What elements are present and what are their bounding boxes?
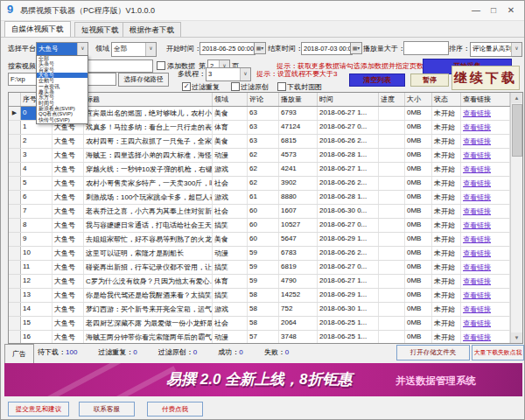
table-scrollbar[interactable]: ▲ ▼ bbox=[510, 93, 522, 343]
pay-button[interactable]: 付费点我 bbox=[147, 402, 203, 416]
scrollbar-thumb[interactable] bbox=[512, 104, 522, 157]
platform-cell: 大鱼号 bbox=[52, 331, 84, 344]
view-link[interactable]: 查看链接 bbox=[461, 149, 510, 162]
calendar-icon[interactable]: ▦▾ bbox=[350, 42, 362, 54]
table-row[interactable]: 10大鱼号这里可以证明，索隆才是副船长动漫5967832018-06-26 2.… bbox=[9, 247, 522, 261]
title-cell: 农村四哥：王四六叔抓了一只兔子，全家... bbox=[84, 135, 213, 148]
filter-original-label: 过滤原创 bbox=[241, 83, 269, 92]
views-cell: 4573 bbox=[279, 149, 318, 162]
size-cell: 0MB bbox=[405, 331, 432, 344]
contact-support-button[interactable]: 联系客服 bbox=[79, 402, 135, 416]
table-row[interactable]: 4大鱼号穿越火线：一秒钟10发子弹的机枪，右键...游戏6242412018-0… bbox=[9, 163, 522, 177]
table-row[interactable]: 15大鱼号老四厨艺深藏不露 为最爱做一份小龙虾最...社会5820642018-… bbox=[9, 317, 522, 331]
promo-banner[interactable]: 易撰 2.0 全新上线，8折钜惠 并送数据管理系统 bbox=[4, 363, 522, 396]
table-row[interactable]: 16大鱼号海贼王两分钟带你看完索隆两年后的霸气瞬间动漫5737482018-06… bbox=[9, 331, 522, 344]
tab-download-by-author[interactable]: 根据作者下载 bbox=[122, 22, 181, 37]
time-cell: 2018-06-27 1... bbox=[318, 107, 379, 120]
views-cell: 6783 bbox=[279, 247, 318, 260]
column-header[interactable]: 标题 bbox=[84, 93, 213, 106]
table-row[interactable]: 5大鱼号农村小哥售卖家乡特产，一天卖300斤，吃...社会6239022018-… bbox=[9, 177, 522, 191]
view-link[interactable]: 查看链接 bbox=[461, 331, 510, 344]
table-row[interactable]: 9大鱼号去姐姐家帮忙，好不容易等到熟了的火龙...美食6056472018-06… bbox=[9, 233, 522, 247]
filter-duplicate-checkbox[interactable]: ✓ bbox=[182, 82, 191, 91]
index-cell: 3 bbox=[21, 149, 52, 162]
table-row[interactable]: 3大鱼号海贼王：四皇选择小弟的四大标准，海怪红...动漫6245732018-0… bbox=[9, 149, 522, 163]
field-cell: 游戏 bbox=[213, 191, 248, 204]
table-row[interactable]: 11大鱼号碰瓷再出新招，行车记录仪都不管用，让...搞笑5968192018-0… bbox=[9, 261, 522, 275]
threads-select[interactable]: 3 ∨ bbox=[206, 67, 251, 81]
size-cell: 0MB bbox=[405, 275, 432, 288]
column-header[interactable] bbox=[9, 93, 21, 106]
title-cell: 戏真多！马拉多纳：看台上一只行走的表情包 bbox=[84, 121, 213, 134]
open-folder-button[interactable]: 打开存储文件夹 bbox=[396, 345, 470, 360]
view-link[interactable]: 查看链接 bbox=[461, 289, 510, 302]
view-link[interactable]: 查看链接 bbox=[461, 107, 510, 120]
table-row[interactable]: 6大鱼号刺激战场：100个玩家跳伞卡多，超巨人表...游戏6188802018-… bbox=[9, 191, 522, 205]
status-cell: 未开始 bbox=[432, 275, 461, 288]
view-link[interactable]: 查看链接 bbox=[461, 191, 510, 204]
view-link[interactable]: 查看链接 bbox=[461, 219, 510, 232]
clear-list-button[interactable]: 清空列表 bbox=[349, 74, 405, 87]
feedback-button[interactable]: 提交意见和建议 bbox=[8, 402, 69, 416]
end-time-input[interactable]: 2018-07-03 00:00 bbox=[301, 42, 353, 55]
row-marker-cell bbox=[9, 261, 21, 274]
continue-download-button[interactable]: 继续下载 bbox=[452, 66, 520, 90]
time-cell: 2018-06-26 2... bbox=[318, 247, 379, 260]
status-item: 失败：0 bbox=[264, 347, 289, 357]
size-cell: 0MB bbox=[405, 121, 432, 134]
column-header[interactable]: 查看链接 bbox=[461, 93, 510, 106]
min-views-input[interactable] bbox=[403, 41, 449, 55]
views-cell: 8880 bbox=[279, 191, 318, 204]
pause-button[interactable]: 暂停 bbox=[410, 74, 449, 87]
view-link[interactable]: 查看链接 bbox=[461, 317, 510, 330]
view-link[interactable]: 查看链接 bbox=[461, 233, 510, 246]
row-marker-cell bbox=[9, 247, 21, 260]
minimize-icon[interactable]: — bbox=[468, 4, 484, 17]
calendar-icon[interactable]: ▦▾ bbox=[254, 42, 266, 54]
column-header[interactable]: 播放量 bbox=[279, 93, 318, 106]
app-window: 9 易撰视频下载器（PC程序版）V1.0.0.0 — □ ✕ 自媒体视频下载 短… bbox=[0, 0, 525, 420]
table-row[interactable]: 2大鱼号农村四哥：王四六叔抓了一只兔子，全家...美食6368152018-06… bbox=[9, 135, 522, 149]
scroll-up-icon[interactable]: ▲ bbox=[511, 93, 522, 103]
view-link[interactable]: 查看链接 bbox=[461, 303, 510, 316]
column-header[interactable]: 评论 bbox=[248, 93, 279, 106]
view-link[interactable]: 查看链接 bbox=[461, 261, 510, 274]
start-time-input[interactable]: 2018-06-25 00:00 bbox=[200, 42, 256, 55]
view-link[interactable]: 查看链接 bbox=[461, 135, 510, 148]
download-fail-help-button[interactable]: 大量下载失败点我 bbox=[472, 345, 524, 360]
download-cover-label: 下载封面图 bbox=[287, 83, 322, 92]
filter-original-checkbox[interactable] bbox=[231, 82, 240, 91]
view-link[interactable]: 查看链接 bbox=[461, 275, 510, 288]
column-header[interactable]: 领域 bbox=[213, 93, 248, 106]
column-header[interactable]: 大小 bbox=[405, 93, 432, 106]
table-row[interactable]: 12大鱼号C罗为什么没有纹身？只因为他太有爱心...体育5947902018-0… bbox=[9, 275, 522, 289]
time-cell: 2018-06-26 2... bbox=[318, 177, 379, 190]
table-row[interactable]: 8大鱼号我与容嬷嬷日常通话，打电话给社会王天桥...搞笑60105272018-… bbox=[9, 219, 522, 233]
progress-cell bbox=[379, 163, 405, 176]
tab-short-video-download[interactable]: 短视频下载 bbox=[74, 22, 126, 37]
add-data-checkbox[interactable] bbox=[157, 61, 165, 70]
view-link[interactable]: 查看链接 bbox=[461, 177, 510, 190]
table-row[interactable]: 13大鱼号你是给我代驾还是给我醒酒来看？太搞笑了搞笑58142522018-06… bbox=[9, 289, 522, 303]
choose-path-button[interactable]: 选择存储路径 bbox=[118, 73, 169, 87]
comments-cell: 63 bbox=[248, 121, 279, 134]
view-link[interactable]: 查看链接 bbox=[461, 121, 510, 134]
maximize-icon[interactable]: □ bbox=[486, 4, 501, 17]
tab-media-video-download[interactable]: 自媒体视频下载 bbox=[4, 21, 71, 37]
view-link[interactable]: 查看链接 bbox=[461, 205, 510, 218]
view-link[interactable]: 查看链接 bbox=[461, 247, 510, 260]
field-select[interactable]: 全部 ∨ bbox=[111, 42, 157, 57]
column-header[interactable]: 时间 bbox=[318, 93, 379, 106]
scroll-down-icon[interactable]: ▼ bbox=[511, 332, 522, 343]
view-link[interactable]: 查看链接 bbox=[461, 163, 510, 176]
table-row[interactable]: 14大鱼号梦幻西游：买个新号来开亮金宝箱，运气...游戏587522018-06… bbox=[9, 303, 522, 317]
download-cover-checkbox[interactable] bbox=[277, 82, 286, 91]
platform-option[interactable]: 快传号(SVIP) bbox=[37, 117, 88, 122]
chevron-down-icon: ∨ bbox=[511, 43, 522, 56]
close-icon[interactable]: ✕ bbox=[503, 4, 519, 17]
column-header[interactable]: 进度 bbox=[379, 93, 405, 106]
status-cell: 未开始 bbox=[432, 163, 461, 176]
table-row[interactable]: 7大鱼号老表乔迁之喜，小六再为其奉上佳对贺新...社会6016072018-06… bbox=[9, 205, 522, 219]
sort-select[interactable]: 评论量从高到低 ∨ bbox=[470, 42, 522, 57]
column-header[interactable]: 状态 bbox=[432, 93, 461, 106]
